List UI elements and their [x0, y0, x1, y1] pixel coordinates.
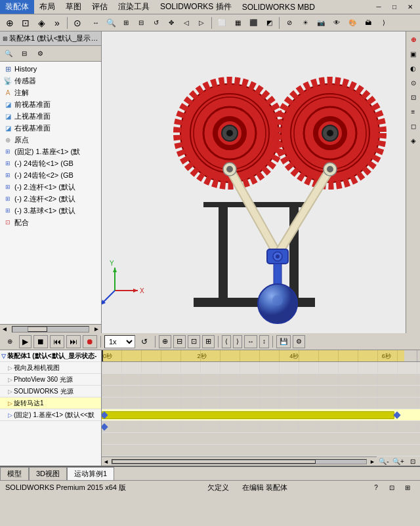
- menu-evaluate[interactable]: 评估: [87, 0, 113, 14]
- track-motor[interactable]: [102, 409, 420, 421]
- tl-scroll-track[interactable]: [112, 459, 367, 464]
- anim-tree-base[interactable]: ▷ (固定) 1.基座<1> (默认<<默: [0, 409, 101, 421]
- tb-zoom[interactable]: 🔍: [104, 16, 118, 30]
- rt-btn-2[interactable]: ▣: [407, 47, 420, 60]
- tb-rotate[interactable]: ↺: [149, 16, 163, 30]
- keyframe-end[interactable]: [394, 411, 401, 418]
- restore-btn[interactable]: □: [387, 1, 402, 14]
- tab-motion[interactable]: 运动算例1: [67, 467, 114, 480]
- tb-disp-1[interactable]: ⬜: [215, 16, 229, 30]
- anim-end[interactable]: ⏭: [66, 335, 81, 348]
- tab-model[interactable]: 模型: [0, 467, 29, 480]
- menu-assembly[interactable]: 装配体: [0, 0, 34, 14]
- anim-tree-swlight[interactable]: ▷ SOLIDWORKS 光源: [0, 386, 101, 397]
- anim-prop3[interactable]: ↔: [244, 335, 257, 348]
- lp-collapse[interactable]: ⊟: [17, 47, 32, 60]
- scroll-track[interactable]: [12, 326, 89, 333]
- tb-expand[interactable]: »: [50, 16, 64, 30]
- anim-start[interactable]: ⏮: [50, 335, 64, 348]
- tree-item-mate[interactable]: ⊡ 配合: [1, 216, 100, 228]
- left-panel-hscroll[interactable]: ◄ ►: [0, 324, 101, 333]
- rt-btn-4[interactable]: ⊙: [407, 76, 420, 89]
- tb-view-1[interactable]: ⊙: [70, 16, 85, 30]
- tree-item-base[interactable]: ⊞ (固定) 1.基座<1> (默: [1, 146, 100, 157]
- tree-item-gear1[interactable]: ⊞ (-) 24齿轮<1> (GB: [1, 157, 100, 169]
- anim-tree-motor[interactable]: ▷ 旋转马达1: [0, 397, 101, 409]
- menu-sketch[interactable]: 草图: [60, 0, 87, 14]
- tb-pan[interactable]: ✥: [164, 16, 178, 30]
- tree-item-front[interactable]: ◪ 前视基准面: [1, 98, 100, 110]
- anim-prop4[interactable]: ↕: [259, 335, 269, 348]
- tl-scroll-right[interactable]: ►: [368, 458, 377, 465]
- anim-key3[interactable]: ⊡: [188, 335, 200, 348]
- anim-tree-photoview[interactable]: ▷ PhotoView 360 光源: [0, 374, 101, 386]
- tree-item-ball[interactable]: ⊞ (-) 3.基球<1> (默认: [1, 205, 100, 216]
- anim-tree-camera[interactable]: ▷ 视向及相机视图: [0, 362, 101, 374]
- rt-btn-6[interactable]: ≡: [407, 105, 420, 118]
- anim-key2[interactable]: ⊟: [173, 335, 186, 348]
- tree-item-gear2[interactable]: ⊞ (-) 24齿轮<2> (GB: [1, 169, 100, 181]
- menu-sw-plugins[interactable]: SOLIDWORKS 插件: [155, 0, 237, 14]
- anim-key1[interactable]: ⊕: [159, 335, 171, 348]
- tb-zoom-all[interactable]: ⊞: [119, 16, 133, 30]
- anim-prop2[interactable]: ⟩: [233, 335, 242, 348]
- timeline-playhead[interactable]: [102, 350, 103, 361]
- scroll-thumb[interactable]: [28, 327, 47, 332]
- tb-light[interactable]: ☀: [298, 16, 312, 30]
- tree-item-annotation[interactable]: A 注解: [1, 87, 100, 98]
- tb-more1[interactable]: ⟩: [377, 16, 391, 30]
- anim-prop1[interactable]: ⟨: [222, 335, 231, 348]
- tree-item-link2[interactable]: ⊞ (-) 2.连杆<2> (默认: [1, 193, 100, 205]
- status-btn-expand[interactable]: ⊞: [400, 481, 415, 495]
- tb-icon-1[interactable]: ⊕: [3, 16, 17, 30]
- status-btn-2[interactable]: ⊡: [385, 481, 399, 495]
- tree-item-link1[interactable]: ⊞ (-) 2.连杆<1> (默认: [1, 181, 100, 193]
- tb-next-view[interactable]: ▷: [194, 16, 209, 30]
- anim-settings[interactable]: ⚙: [293, 335, 305, 348]
- tb-prev-view[interactable]: ◁: [179, 16, 194, 30]
- anim-save[interactable]: 💾: [276, 335, 291, 348]
- menu-layout[interactable]: 布局: [34, 0, 60, 14]
- rt-btn-1[interactable]: ⊕: [407, 33, 420, 46]
- tab-3dview[interactable]: 3D视图: [29, 467, 67, 480]
- tree-item-top[interactable]: ◪ 上视基准面: [1, 110, 100, 122]
- tree-item-right[interactable]: ◪ 右视基准面: [1, 122, 100, 134]
- rt-btn-8[interactable]: ◈: [407, 134, 420, 147]
- tl-scroll-thumb[interactable]: [112, 460, 316, 464]
- lp-search[interactable]: 🔍: [1, 47, 16, 60]
- scroll-right-btn[interactable]: ►: [92, 325, 101, 333]
- tree-item-origin[interactable]: ⊕ 原点: [1, 134, 100, 146]
- tb-hide[interactable]: 👁: [329, 16, 344, 30]
- tb-zoom-sel[interactable]: ⊟: [134, 16, 148, 30]
- lp-settings[interactable]: ⚙: [33, 47, 47, 60]
- tb-disp-4[interactable]: ◩: [262, 16, 276, 30]
- status-btn-1[interactable]: ?: [369, 481, 383, 495]
- tl-scroll-left[interactable]: ◄: [102, 458, 110, 465]
- tb-appearance[interactable]: 🎨: [345, 16, 360, 30]
- timeline-selection[interactable]: [102, 350, 404, 361]
- tb-section[interactable]: ⊘: [282, 16, 297, 30]
- tb-icon-3[interactable]: ◈: [34, 16, 49, 30]
- tb-disp-3[interactable]: ⬛: [246, 16, 261, 30]
- rt-btn-3[interactable]: ◐: [407, 62, 420, 75]
- close-btn[interactable]: ✕: [403, 1, 417, 14]
- tree-item-history[interactable]: ⊞ History: [1, 63, 100, 75]
- rt-btn-7[interactable]: ◻: [407, 119, 420, 132]
- viewport[interactable]: X Y Z: [102, 31, 406, 333]
- minimize-btn[interactable]: ─: [371, 1, 386, 14]
- tb-view-orient[interactable]: ↔: [89, 16, 103, 30]
- anim-key4[interactable]: ⊞: [202, 335, 215, 348]
- anim-tree-root[interactable]: ▽ 装配体1 (默认<默认_显示状态-: [0, 350, 101, 362]
- tb-camera[interactable]: 📷: [314, 16, 328, 30]
- tb-disp-2[interactable]: ▦: [230, 16, 245, 30]
- menu-sw-mbd[interactable]: SOLIDWORKS MBD: [237, 1, 320, 13]
- motor-bar[interactable]: [102, 411, 394, 419]
- tb-scene[interactable]: 🏔: [361, 16, 375, 30]
- tb-icon-2[interactable]: ⊡: [18, 16, 33, 30]
- anim-play[interactable]: ▶: [19, 335, 32, 348]
- anim-filter[interactable]: ⊕: [3, 335, 17, 348]
- anim-stop[interactable]: ⏹: [33, 335, 48, 348]
- menu-render[interactable]: 渲染工具: [113, 0, 155, 14]
- rt-btn-5[interactable]: ⊡: [407, 91, 420, 104]
- anim-speed-select[interactable]: 1x 2x 0.5x: [104, 335, 135, 348]
